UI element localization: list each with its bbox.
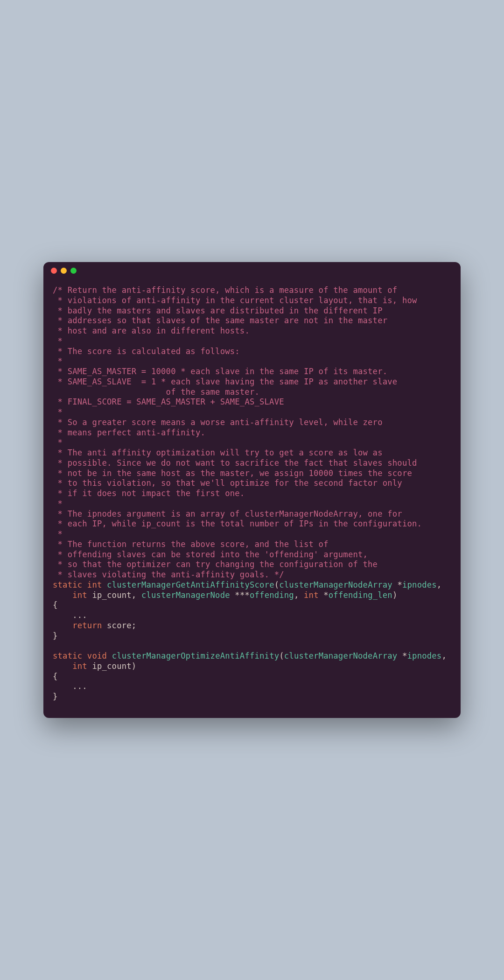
semicolon: ; (132, 621, 137, 630)
type-name: clusterManagerNodeArray (284, 651, 398, 660)
type-name: clusterManagerNode (141, 590, 230, 600)
code-block: /* Return the anti-affinity score, which… (43, 279, 461, 718)
brace-open: { (53, 600, 58, 610)
indent (53, 590, 72, 600)
minimize-button[interactable] (61, 268, 67, 274)
function-name: clusterManagerGetAntiAffinityScore (107, 580, 274, 589)
terminal-window: /* Return the anti-affinity score, which… (43, 262, 461, 718)
brace-open: { (53, 672, 58, 681)
param-name: ipnodes (407, 651, 442, 660)
param-name: ipnodes (402, 580, 437, 589)
paren-open: ( (274, 580, 280, 589)
type-int: int (72, 661, 87, 671)
paren-open: ( (279, 651, 284, 660)
brace-close: } (53, 692, 58, 701)
keyword-static: static (53, 651, 82, 660)
close-button[interactable] (51, 268, 57, 274)
keyword-static: static (53, 580, 82, 589)
type-int: int (72, 590, 87, 600)
ellipsis: ... (53, 682, 87, 691)
indent (53, 661, 72, 671)
type-void: void (87, 651, 107, 660)
type-int: int (304, 590, 319, 600)
paren-close: ) (392, 590, 398, 600)
pointer-star: * (397, 651, 407, 660)
ellipsis: ... (53, 611, 87, 620)
comma: , (132, 590, 141, 600)
type-int: int (87, 580, 102, 589)
param-name: offending (250, 590, 294, 600)
paren-close: ) (132, 661, 137, 671)
return-value: score (102, 621, 132, 630)
function-name: clusterManagerOptimizeAntiAffinity (112, 651, 280, 660)
pointer-star: * (392, 580, 402, 589)
maximize-button[interactable] (70, 268, 77, 274)
comma: , (437, 580, 442, 589)
code-comment-block: /* Return the anti-affinity score, which… (53, 285, 422, 579)
param-name: ip_count (87, 661, 132, 671)
type-name: clusterManagerNodeArray (279, 580, 392, 589)
brace-close: } (53, 631, 58, 640)
keyword-return: return (72, 621, 102, 630)
indent (53, 621, 72, 630)
param-name: ip_count (87, 590, 132, 600)
pointer-star: *** (230, 590, 250, 600)
param-name: offending_len (329, 590, 392, 600)
pointer-star: * (319, 590, 329, 600)
window-titlebar (43, 262, 461, 279)
comma: , (441, 651, 447, 660)
comma: , (294, 590, 304, 600)
